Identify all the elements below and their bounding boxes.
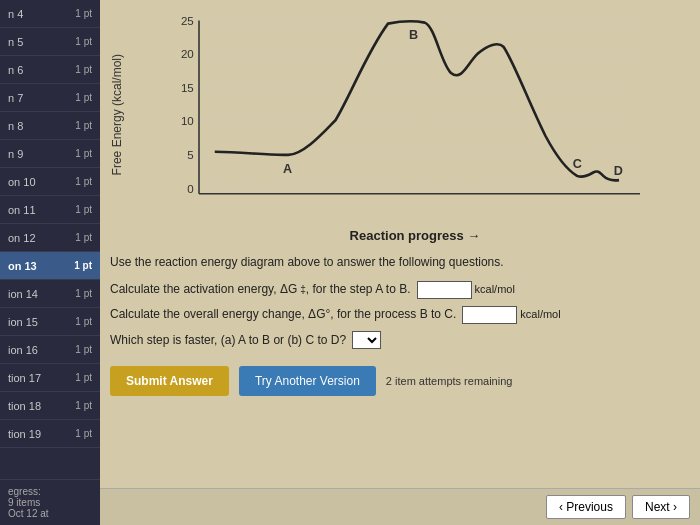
y-axis-label: Free Energy (kcal/mol) — [110, 54, 124, 175]
sidebar-item-label: on 12 — [8, 232, 36, 244]
x-axis-label: Reaction progress → — [140, 228, 690, 243]
sidebar-item-pts: 1 pt — [75, 120, 92, 131]
sidebar-item-pts: 1 pt — [75, 372, 92, 383]
question-3: Which step is faster, (a) A to B or (b) … — [110, 331, 690, 350]
sidebar-item-label: n 4 — [8, 8, 23, 20]
sidebar-item-0[interactable]: n 41 pt — [0, 0, 100, 28]
sidebar-item-label: tion 17 — [8, 372, 41, 384]
sidebar-item-9[interactable]: on 131 pt — [0, 252, 100, 280]
chart-area: 0 5 10 15 20 25 A B C D — [128, 10, 690, 220]
sidebar-item-label: n 6 — [8, 64, 23, 76]
svg-text:20: 20 — [181, 48, 194, 60]
question-2: Calculate the overall energy change, ΔG°… — [110, 305, 690, 324]
sidebar-item-pts: 1 pt — [75, 288, 92, 299]
sidebar-item-11[interactable]: ion 151 pt — [0, 308, 100, 336]
next-button[interactable]: Next › — [632, 495, 690, 519]
sidebar-item-label: ion 15 — [8, 316, 38, 328]
question-1: Calculate the activation energy, ΔG‡, fo… — [110, 280, 690, 299]
sidebar-item-pts: 1 pt — [75, 176, 92, 187]
sidebar-item-pts: 1 pt — [74, 260, 92, 271]
sidebar-item-3[interactable]: n 71 pt — [0, 84, 100, 112]
sidebar-item-5[interactable]: n 91 pt — [0, 140, 100, 168]
sidebar-item-label: tion 18 — [8, 400, 41, 412]
svg-text:10: 10 — [181, 116, 194, 128]
sidebar: n 41 ptn 51 ptn 61 ptn 71 ptn 81 ptn 91 … — [0, 0, 100, 525]
chart-container: Free Energy (kcal/mol) 0 5 10 — [110, 10, 690, 220]
sidebar-item-2[interactable]: n 61 pt — [0, 56, 100, 84]
sidebar-item-label: n 5 — [8, 36, 23, 48]
sidebar-item-6[interactable]: on 101 pt — [0, 168, 100, 196]
sidebar-item-pts: 1 pt — [75, 204, 92, 215]
svg-text:15: 15 — [181, 82, 194, 94]
sidebar-footer: egress:9 itemsOct 12 at — [0, 479, 100, 525]
svg-text:A: A — [283, 162, 292, 176]
sidebar-item-1[interactable]: n 51 pt — [0, 28, 100, 56]
items-label: 9 items — [8, 497, 92, 508]
sidebar-item-label: on 10 — [8, 176, 36, 188]
sidebar-item-4[interactable]: n 81 pt — [0, 112, 100, 140]
q1-prefix: Calculate the activation energy, ΔG — [110, 280, 297, 299]
svg-text:D: D — [614, 164, 623, 178]
sidebar-item-8[interactable]: on 121 pt — [0, 224, 100, 252]
sidebar-item-pts: 1 pt — [75, 92, 92, 103]
sidebar-item-14[interactable]: tion 181 pt — [0, 392, 100, 420]
q3-answer-select[interactable]: a b — [352, 331, 381, 349]
sidebar-item-label: ion 14 — [8, 288, 38, 300]
svg-text:25: 25 — [181, 15, 194, 27]
q2-units: kcal/mol — [520, 306, 560, 324]
questions-section: Use the reaction energy diagram above to… — [110, 253, 690, 356]
sidebar-item-pts: 1 pt — [75, 232, 92, 243]
svg-text:C: C — [573, 157, 582, 171]
sidebar-item-pts: 1 pt — [75, 64, 92, 75]
sidebar-item-12[interactable]: ion 161 pt — [0, 336, 100, 364]
sidebar-item-pts: 1 pt — [75, 316, 92, 327]
q1-answer-input[interactable] — [417, 281, 472, 299]
main-content: Free Energy (kcal/mol) 0 5 10 — [100, 0, 700, 488]
sidebar-item-pts: 1 pt — [75, 428, 92, 439]
sidebar-item-pts: 1 pt — [75, 8, 92, 19]
button-row: Submit Answer Try Another Version 2 item… — [110, 366, 690, 396]
bottom-navigation: ‹ Previous Next › — [100, 488, 700, 525]
sidebar-item-pts: 1 pt — [75, 36, 92, 47]
sidebar-item-pts: 1 pt — [75, 148, 92, 159]
previous-button[interactable]: ‹ Previous — [546, 495, 626, 519]
try-another-button[interactable]: Try Another Version — [239, 366, 376, 396]
sidebar-item-10[interactable]: ion 141 pt — [0, 280, 100, 308]
sidebar-item-label: on 13 — [8, 260, 37, 272]
q1-units: kcal/mol — [475, 281, 515, 299]
sidebar-item-7[interactable]: on 111 pt — [0, 196, 100, 224]
svg-text:B: B — [409, 28, 418, 42]
sidebar-item-label: ion 16 — [8, 344, 38, 356]
sidebar-item-pts: 1 pt — [75, 400, 92, 411]
progress-label: egress: — [8, 486, 92, 497]
sidebar-item-label: n 9 — [8, 148, 23, 160]
sidebar-item-label: tion 19 — [8, 428, 41, 440]
date-label: Oct 12 at — [8, 508, 92, 519]
reaction-chart: 0 5 10 15 20 25 A B C D — [128, 10, 690, 220]
submit-button[interactable]: Submit Answer — [110, 366, 229, 396]
sidebar-item-label: n 7 — [8, 92, 23, 104]
q2-prefix: Calculate the overall energy change, ΔG°… — [110, 305, 456, 324]
svg-text:0: 0 — [187, 183, 193, 195]
attempts-text: 2 item attempts remaining — [386, 375, 513, 387]
sidebar-item-label: n 8 — [8, 120, 23, 132]
intro-text: Use the reaction energy diagram above to… — [110, 253, 690, 272]
svg-text:5: 5 — [187, 149, 193, 161]
q2-answer-input[interactable] — [462, 306, 517, 324]
sidebar-item-label: on 11 — [8, 204, 36, 216]
q3-prefix: Which step is faster, (a) A to B or (b) … — [110, 331, 346, 350]
sidebar-item-13[interactable]: tion 171 pt — [0, 364, 100, 392]
nav-buttons: ‹ Previous Next › — [546, 495, 690, 519]
sidebar-item-pts: 1 pt — [75, 344, 92, 355]
sidebar-item-15[interactable]: tion 191 pt — [0, 420, 100, 448]
q1-suffix: , for the step A to B. — [306, 280, 411, 299]
